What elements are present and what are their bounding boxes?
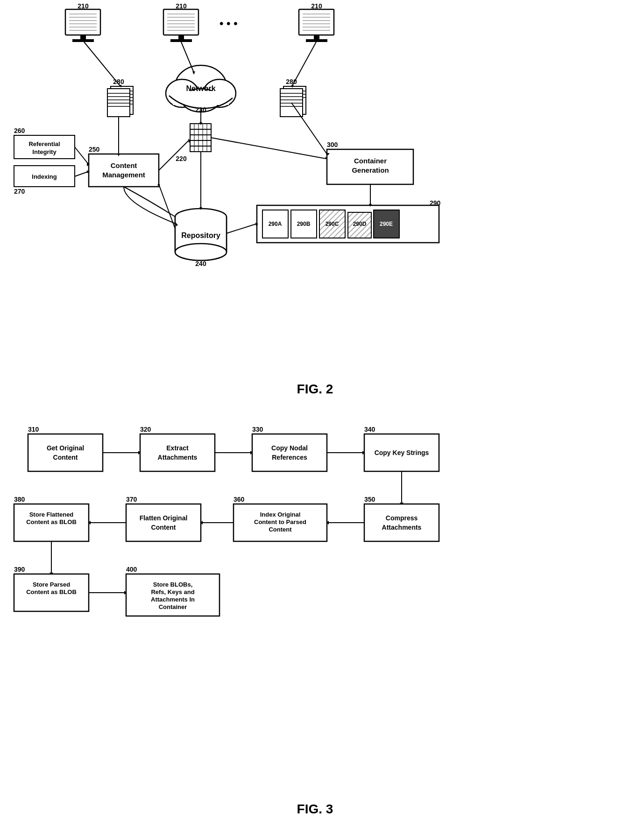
svg-text:Refs, Keys and: Refs, Keys and bbox=[151, 588, 194, 595]
svg-text:Store Flattened: Store Flattened bbox=[29, 511, 74, 518]
svg-text:390: 390 bbox=[14, 566, 25, 573]
svg-text:Content as BLOB: Content as BLOB bbox=[26, 518, 77, 525]
svg-text:Content: Content bbox=[53, 454, 78, 461]
svg-text:Network: Network bbox=[186, 84, 215, 92]
svg-line-118 bbox=[292, 42, 316, 86]
svg-rect-39 bbox=[190, 129, 211, 135]
svg-text:380: 380 bbox=[14, 496, 25, 503]
svg-text:References: References bbox=[272, 454, 307, 461]
svg-line-137 bbox=[227, 224, 256, 233]
svg-rect-175 bbox=[126, 504, 201, 541]
svg-text:400: 400 bbox=[126, 566, 137, 573]
svg-text:Flatten Original: Flatten Original bbox=[140, 514, 188, 522]
svg-text:Content: Content bbox=[269, 526, 292, 533]
svg-text:Attachments In: Attachments In bbox=[151, 596, 195, 603]
fig2-diagram: 210 210 • • • 210 bbox=[0, 0, 630, 406]
svg-text:Generation: Generation bbox=[352, 166, 389, 174]
svg-rect-10 bbox=[163, 9, 198, 35]
fig3-diagram: Get Original Content 310 Extract Attachm… bbox=[0, 406, 630, 826]
svg-text:240: 240 bbox=[195, 260, 206, 267]
svg-text:Copy Key Strings: Copy Key Strings bbox=[375, 449, 429, 456]
svg-text:Store BLOBs,: Store BLOBs, bbox=[153, 581, 193, 588]
svg-text:270: 270 bbox=[14, 188, 25, 195]
fig3-title: FIG. 3 bbox=[297, 802, 333, 817]
svg-text:Attachments: Attachments bbox=[158, 454, 198, 461]
svg-rect-17 bbox=[178, 35, 184, 40]
svg-text:Index Original: Index Original bbox=[260, 511, 301, 518]
fig2-svg: 210 210 • • • 210 bbox=[0, 0, 630, 406]
svg-rect-28 bbox=[314, 35, 319, 40]
svg-text:Attachments: Attachments bbox=[382, 524, 422, 531]
svg-text:330: 330 bbox=[252, 426, 263, 433]
svg-rect-18 bbox=[170, 39, 192, 42]
svg-rect-8 bbox=[72, 39, 94, 42]
svg-text:Content: Content bbox=[111, 161, 137, 169]
svg-text:Referential: Referential bbox=[28, 140, 60, 147]
svg-line-83 bbox=[75, 147, 88, 163]
svg-point-94 bbox=[175, 244, 227, 260]
svg-rect-41 bbox=[190, 140, 211, 146]
svg-text:290D: 290D bbox=[353, 221, 367, 227]
svg-rect-29 bbox=[306, 39, 327, 42]
svg-text:Content: Content bbox=[151, 524, 176, 531]
svg-text:• • •: • • • bbox=[219, 17, 238, 29]
svg-text:250: 250 bbox=[89, 146, 100, 153]
svg-text:Store Parsed: Store Parsed bbox=[33, 581, 70, 588]
svg-text:Content as BLOB: Content as BLOB bbox=[26, 588, 77, 595]
svg-rect-7 bbox=[80, 35, 86, 40]
svg-rect-21 bbox=[299, 9, 334, 35]
svg-line-129 bbox=[159, 184, 175, 229]
svg-rect-40 bbox=[190, 135, 211, 140]
svg-text:290C: 290C bbox=[326, 221, 339, 227]
svg-line-85 bbox=[75, 172, 88, 176]
svg-text:280: 280 bbox=[286, 78, 297, 85]
svg-text:Repository: Repository bbox=[181, 231, 220, 239]
svg-text:210: 210 bbox=[311, 2, 322, 10]
svg-text:260: 260 bbox=[14, 127, 25, 134]
svg-rect-72 bbox=[89, 154, 159, 187]
svg-text:Content to Parsed: Content to Parsed bbox=[254, 518, 306, 525]
page: 210 210 • • • 210 bbox=[0, 0, 630, 840]
svg-text:Integrity: Integrity bbox=[32, 148, 57, 155]
svg-text:290A: 290A bbox=[269, 221, 282, 227]
svg-text:210: 210 bbox=[78, 2, 89, 10]
svg-rect-151 bbox=[252, 434, 327, 471]
fig2-title: FIG. 2 bbox=[297, 382, 333, 397]
svg-text:Extract: Extract bbox=[166, 444, 189, 452]
svg-text:210: 210 bbox=[176, 2, 187, 10]
svg-rect-35 bbox=[173, 91, 229, 105]
svg-line-135 bbox=[211, 138, 326, 159]
svg-rect-0 bbox=[65, 9, 100, 35]
svg-text:Container: Container bbox=[354, 157, 387, 165]
svg-rect-42 bbox=[190, 146, 211, 152]
svg-text:300: 300 bbox=[327, 141, 338, 148]
svg-text:350: 350 bbox=[364, 496, 375, 503]
svg-text:360: 360 bbox=[234, 496, 245, 503]
svg-text:220: 220 bbox=[176, 155, 187, 162]
svg-text:Indexing: Indexing bbox=[32, 173, 57, 180]
svg-text:340: 340 bbox=[364, 426, 375, 433]
svg-text:290E: 290E bbox=[380, 221, 393, 227]
svg-rect-162 bbox=[364, 504, 439, 541]
svg-text:290: 290 bbox=[430, 199, 441, 207]
svg-text:320: 320 bbox=[140, 426, 151, 433]
svg-rect-54 bbox=[107, 89, 130, 117]
svg-text:370: 370 bbox=[126, 496, 137, 503]
svg-rect-145 bbox=[140, 434, 215, 471]
svg-line-131 bbox=[291, 103, 327, 154]
svg-text:310: 310 bbox=[28, 426, 39, 433]
svg-text:290B: 290B bbox=[297, 221, 311, 227]
svg-text:Get Original: Get Original bbox=[47, 444, 84, 452]
svg-rect-139 bbox=[28, 434, 103, 471]
fig3-svg: Get Original Content 310 Extract Attachm… bbox=[0, 406, 630, 826]
svg-text:Copy Nodal: Copy Nodal bbox=[271, 444, 308, 452]
svg-line-114 bbox=[84, 42, 120, 86]
svg-text:Container: Container bbox=[159, 603, 187, 610]
svg-text:Compress: Compress bbox=[386, 514, 418, 522]
svg-text:Management: Management bbox=[102, 171, 145, 179]
